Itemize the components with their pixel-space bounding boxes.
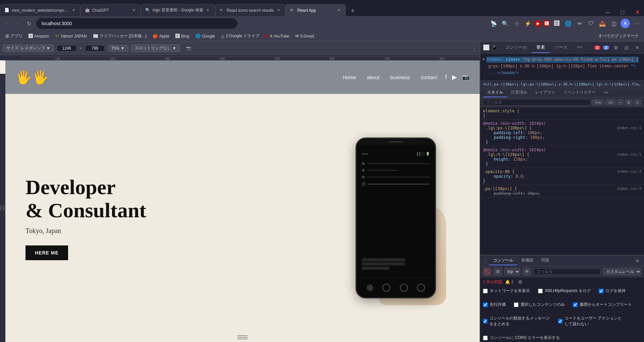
extension1[interactable]: ✏	[575, 19, 584, 28]
profile-button[interactable]: A	[621, 19, 630, 28]
console-drawer-menu-icon[interactable]: ⋮	[483, 258, 488, 264]
tab-close-5[interactable]: ✕	[336, 8, 341, 13]
icon1[interactable]: ▶	[535, 20, 541, 27]
forward-button[interactable]: →	[13, 19, 23, 28]
new-features-tab[interactable]: 新機能	[517, 256, 537, 265]
bookmark-gdrive[interactable]: △ 2:Google ドライブ	[218, 33, 262, 40]
bookmark-bing[interactable]: 🅱 Bing	[173, 33, 192, 39]
facebook-icon[interactable]: f	[445, 74, 447, 81]
autocomplete-checkbox[interactable]	[573, 302, 578, 307]
nav-about[interactable]: about	[367, 74, 380, 80]
html-element-1[interactable]: <header class= "bg-gray-500 opacity-80 f…	[486, 57, 639, 63]
close-console-drawer-button[interactable]: ✕	[633, 257, 641, 265]
devtools-tab-console[interactable]: コンソール	[500, 42, 532, 53]
icon2[interactable]: 🅴	[543, 20, 550, 27]
nav-contact[interactable]: contact	[421, 74, 437, 80]
extension3[interactable]: 📥	[598, 19, 607, 28]
tab-close-3[interactable]: ✕	[205, 8, 211, 13]
tab-close-4[interactable]: ✕	[276, 8, 281, 13]
selected-context-checkbox[interactable]	[514, 302, 519, 307]
devtools-tab-elements[interactable]: 要素	[532, 42, 550, 53]
nav-home[interactable]: Home	[343, 74, 356, 80]
more-options-button[interactable]: ⋮	[471, 45, 477, 52]
extensions-icon[interactable]: ⚡	[523, 19, 533, 28]
responsive-size-button[interactable]: サイズ: レスポンシブ ▼	[3, 44, 54, 52]
new-tab-button[interactable]: +	[347, 5, 358, 16]
bookmark-yahoo[interactable]: Y! Yahoo! JAPAN	[52, 33, 90, 39]
console-level-select[interactable]: カスタムレベル	[603, 268, 641, 275]
issues-settings-icon[interactable]: ⚙	[516, 278, 524, 286]
styles-filter-input[interactable]	[483, 99, 591, 106]
console-context-select[interactable]: top	[504, 268, 520, 275]
bookmark-gmail[interactable]: ✉ 5:Gmail	[292, 33, 317, 39]
bookmark-apps[interactable]: ⊞ アプリ	[3, 33, 25, 40]
bookmark-youtube[interactable]: ▶ 4.YouTube	[263, 33, 292, 39]
zoom-button[interactable]: 75% ▼	[108, 45, 128, 52]
cast-icon[interactable]: 📡	[489, 19, 498, 28]
sidebar-icon[interactable]: ◫	[609, 19, 619, 28]
tab-close-1[interactable]: ✕	[71, 8, 76, 13]
device-icon[interactable]: 📱	[491, 44, 498, 51]
checkbox-selected-context[interactable]: 選択したコンテンツのみ	[514, 302, 565, 307]
bing-icon[interactable]: 🅱	[552, 19, 561, 28]
tab-close-2[interactable]: ✕	[131, 8, 137, 13]
classes-button[interactable]: .cls	[605, 99, 615, 105]
styles-tab-events[interactable]: イベントリスナー	[559, 88, 600, 97]
issues-tab[interactable]: 問題	[537, 256, 553, 265]
star-icon[interactable]: ☆	[512, 19, 521, 28]
checkbox-eager-eval[interactable]: 先行評価	[483, 302, 506, 307]
checkbox-group-similar[interactable]: コンソールの類似するメッセージをまとめる	[483, 316, 550, 327]
nav-business[interactable]: business	[390, 74, 410, 80]
reload-button[interactable]: ↻	[24, 19, 34, 28]
extension2[interactable]: 🛡	[586, 19, 596, 28]
computed-button[interactable]: ⊡	[634, 99, 641, 106]
console-filter-input[interactable]	[534, 268, 600, 275]
minimize-button[interactable]: ─	[605, 9, 610, 16]
height-input[interactable]	[85, 45, 105, 52]
close-button[interactable]: ✕	[635, 9, 640, 16]
devtools-tab-more[interactable]: >>	[572, 43, 587, 52]
address-input[interactable]	[36, 18, 237, 29]
close-devtools-button[interactable]: ✕	[633, 44, 641, 52]
checkbox-xmlhttp[interactable]: XMLHttpRequests をログ	[538, 288, 591, 294]
throttle-button[interactable]: スロットリングなし ▼	[131, 44, 180, 52]
bookmark-apple[interactable]: 🍎 Apple	[150, 33, 172, 39]
bookmark-google[interactable]: 🌐 Google	[193, 33, 218, 39]
tab-react-app[interactable]: ⚛ React App ✕	[285, 4, 346, 16]
menu-button[interactable]: ⋯	[632, 19, 641, 28]
width-input[interactable]	[57, 45, 77, 52]
user-gesture-checkbox[interactable]	[558, 319, 562, 324]
checkbox-user-gesture[interactable]: コードをユーザー アクションとして扱わない	[558, 316, 625, 327]
new-rule-button[interactable]: +	[617, 99, 624, 105]
bookmark-amazon[interactable]: 🅰 Amazon	[26, 33, 52, 39]
hero-cta-button[interactable]: HERE ME	[25, 245, 68, 260]
tab-next-modern[interactable]: 📄 next_modern_website/compon... ✕	[0, 4, 80, 16]
styles-tab-computed[interactable]: 計算済み	[507, 88, 531, 97]
network-checkbox[interactable]	[483, 289, 488, 293]
youtube-social-icon[interactable]: ▶	[452, 73, 457, 81]
copy-button[interactable]: ⧉	[625, 99, 632, 106]
styles-tab-more[interactable]: >>	[600, 89, 612, 97]
bookmark-lifehacker[interactable]: 📰 ライフハッカー [日本版...]	[90, 33, 149, 40]
group-similar-checkbox[interactable]	[483, 319, 487, 324]
console-eye-button[interactable]: 👁	[523, 268, 531, 276]
console-settings-button[interactable]: ⚙	[494, 268, 502, 276]
collapse-triangle-1[interactable]: ▶	[483, 57, 485, 62]
maximize-button[interactable]: □	[621, 9, 624, 16]
all-bookmarks-button[interactable]: すべてのブックマーク	[596, 33, 641, 40]
console-clear-button[interactable]: 🚫	[483, 268, 491, 276]
xmlhttp-checkbox[interactable]	[538, 289, 543, 293]
screenshot-button[interactable]: 📷	[183, 45, 195, 51]
search-icon[interactable]: 🔍	[500, 19, 510, 28]
back-button[interactable]: ←	[3, 19, 12, 28]
settings-icon[interactable]: ⚙	[612, 44, 620, 52]
tab-chatgpt[interactable]: 🤖 ChatGPT ✕	[80, 4, 141, 16]
devtools-tab-sources[interactable]: ソース	[550, 42, 572, 53]
preserve-log-checkbox[interactable]	[599, 289, 603, 293]
dock-icon[interactable]: ⊡	[623, 44, 631, 52]
styles-tab-layout[interactable]: レイアウト	[531, 88, 559, 97]
checkbox-cors[interactable]: コンソールに CORS エラーを表示する	[483, 335, 560, 341]
tab-react-icons[interactable]: ⚛ React icons search results ✕	[215, 4, 286, 16]
edge-icon[interactable]: 🌐	[564, 19, 573, 28]
tab-google-search[interactable]: 🔍 logo 背景透明 - Google 検索 ✕	[141, 4, 215, 16]
